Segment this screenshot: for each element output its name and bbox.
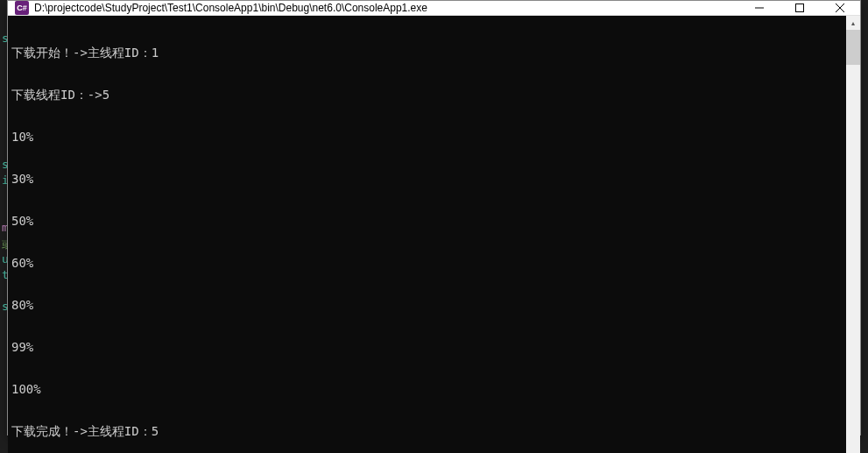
app-icon: C# xyxy=(15,1,29,15)
svg-rect-1 xyxy=(796,4,804,12)
console-line: 下载完成！->主线程ID：5 xyxy=(11,424,843,438)
console-line: 60% xyxy=(11,256,843,270)
window-title: D:\projectcode\StudyProject\Test1\Consol… xyxy=(34,2,739,14)
console-line: 10% xyxy=(11,130,843,144)
console-output[interactable]: 下载开始！->主线程ID：1 下载线程ID：->5 10% 30% 50% 60… xyxy=(8,16,846,453)
console-line: 80% xyxy=(11,298,843,312)
console-line: 99% xyxy=(11,340,843,354)
close-button[interactable] xyxy=(820,1,860,15)
minimize-button[interactable] xyxy=(739,1,780,15)
scrollbar-up-button[interactable]: ▴ xyxy=(846,16,860,30)
console-line: 下载线程ID：->5 xyxy=(11,88,843,102)
console-line: 50% xyxy=(11,214,843,228)
console-line: 100% xyxy=(11,382,843,396)
titlebar[interactable]: C# D:\projectcode\StudyProject\Test1\Con… xyxy=(8,1,860,16)
console-line: 下载开始！->主线程ID：1 xyxy=(11,46,843,60)
console-window: C# D:\projectcode\StudyProject\Test1\Con… xyxy=(7,0,861,435)
titlebar-buttons xyxy=(739,1,860,15)
console-line: 30% xyxy=(11,172,843,186)
maximize-button[interactable] xyxy=(780,1,820,15)
console-body: 下载开始！->主线程ID：1 下载线程ID：->5 10% 30% 50% 60… xyxy=(8,16,860,453)
vertical-scrollbar[interactable]: ▴ ▾ xyxy=(846,16,860,453)
scrollbar-thumb[interactable] xyxy=(846,30,860,65)
